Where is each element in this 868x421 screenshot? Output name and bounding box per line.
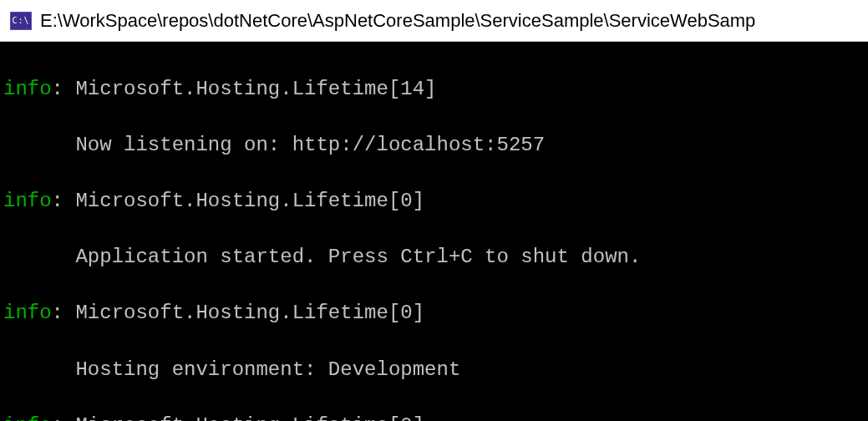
terminal-output[interactable]: info: Microsoft.Hosting.Lifetime[14] Now… xyxy=(0,42,868,421)
console-icon: C:\ xyxy=(10,12,32,30)
log-level-info: info xyxy=(3,78,52,100)
log-source: Microsoft.Hosting.Lifetime[0] xyxy=(75,302,424,324)
log-indent xyxy=(3,243,75,271)
log-level-info: info xyxy=(3,302,52,324)
log-sep: : xyxy=(52,78,76,100)
log-sep: : xyxy=(52,414,76,421)
log-message: Now listening on: http://localhost:5257 xyxy=(75,134,545,156)
log-source: Microsoft.Hosting.Lifetime[0] xyxy=(75,414,424,421)
log-line: Application started. Press Ctrl+C to shu… xyxy=(3,243,865,271)
log-line: info: Microsoft.Hosting.Lifetime[14] xyxy=(3,75,865,104)
log-indent xyxy=(3,356,75,384)
window-titlebar[interactable]: C:\ E:\WorkSpace\repos\dotNetCore\AspNet… xyxy=(0,0,868,42)
log-message: Application started. Press Ctrl+C to shu… xyxy=(75,246,641,268)
log-indent xyxy=(3,131,75,160)
log-message: Hosting environment: Development xyxy=(75,358,460,381)
log-line: info: Microsoft.Hosting.Lifetime[0] xyxy=(3,299,865,327)
log-sep: : xyxy=(52,190,76,212)
window-title: E:\WorkSpace\repos\dotNetCore\AspNetCore… xyxy=(40,10,755,32)
log-line: Hosting environment: Development xyxy=(3,356,865,384)
log-line: info: Microsoft.Hosting.Lifetime[0] xyxy=(3,412,865,421)
log-line: Now listening on: http://localhost:5257 xyxy=(3,131,865,160)
log-source: Microsoft.Hosting.Lifetime[0] xyxy=(75,190,424,212)
console-icon-text: C:\ xyxy=(12,16,29,25)
log-source: Microsoft.Hosting.Lifetime[14] xyxy=(75,78,436,100)
log-sep: : xyxy=(52,302,76,324)
log-level-info: info xyxy=(3,190,52,212)
log-level-info: info xyxy=(3,414,52,421)
log-line: info: Microsoft.Hosting.Lifetime[0] xyxy=(3,187,865,216)
